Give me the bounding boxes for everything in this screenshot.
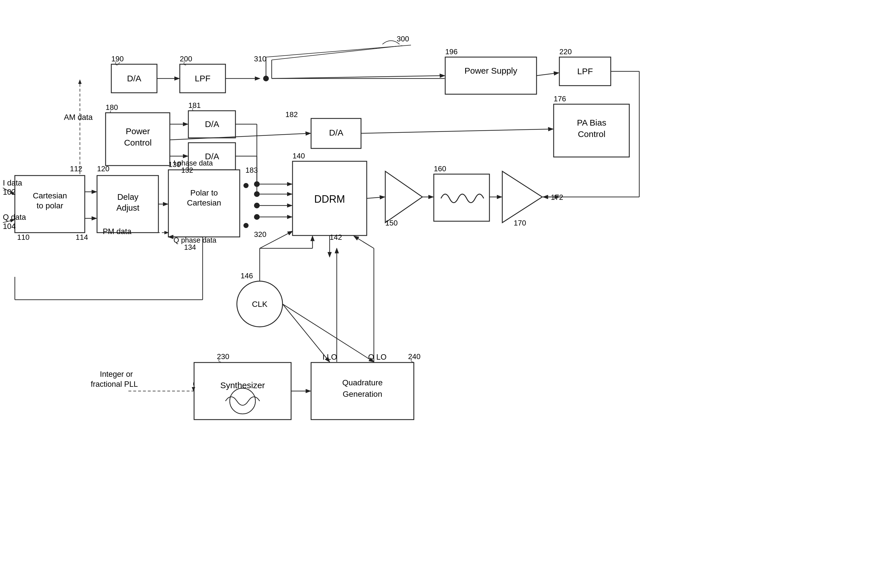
- svg-line-44: [283, 304, 330, 362]
- power-control-label2: Control: [124, 138, 152, 147]
- polar-cartesian-label: Polar to: [190, 188, 218, 197]
- power-supply-label: Power Supply: [464, 66, 517, 75]
- amp1-block: [385, 171, 422, 223]
- q-phase-num: 134: [184, 243, 196, 251]
- ddrm-label: DDRM: [314, 193, 345, 205]
- ref-220: 220: [559, 47, 572, 56]
- ref-114: 114: [76, 233, 88, 242]
- i-lo-label: I LO: [322, 353, 337, 362]
- lpf1-label: LPF: [195, 74, 210, 83]
- ref-320: 320: [254, 230, 266, 238]
- ref-150: 150: [385, 219, 397, 227]
- svg-line-13: [272, 46, 402, 60]
- cartesian-polar-label2: to polar: [36, 201, 63, 210]
- ref-310: 310: [254, 54, 266, 63]
- da1-label: D/A: [127, 74, 141, 83]
- i-phase-label: I phase data: [174, 159, 213, 167]
- power-supply-block: [445, 57, 537, 94]
- ref-183: 183: [246, 166, 258, 174]
- ref-180: 180: [106, 103, 118, 112]
- ref-182: 182: [285, 110, 298, 119]
- ref-170: 170: [514, 219, 526, 227]
- q-data-label: Q data: [3, 213, 26, 222]
- q-data-num: 104: [3, 222, 16, 231]
- ref-190: 190: [111, 54, 124, 63]
- da4-label: D/A: [329, 128, 343, 137]
- pll-label1: Integer or: [100, 370, 133, 378]
- svg-point-52: [243, 183, 249, 188]
- ref-140: 140: [292, 152, 305, 160]
- quadrature-label2: Generation: [343, 390, 382, 399]
- am-data-label: AM data: [64, 113, 93, 122]
- ref-240: 240: [408, 352, 420, 361]
- clk-label: CLK: [252, 300, 268, 309]
- ref-196: 196: [445, 47, 457, 56]
- ref-112: 112: [70, 164, 82, 173]
- svg-line-35: [367, 197, 385, 198]
- svg-line-15: [537, 73, 559, 76]
- delay-adjust-label: Delay: [117, 192, 139, 201]
- cartesian-polar-label: Cartesian: [33, 191, 67, 200]
- polar-cartesian-label2: Cartesian: [187, 198, 221, 207]
- ref-176: 176: [554, 94, 566, 103]
- svg-line-61: [266, 45, 411, 57]
- ref-181: 181: [188, 101, 201, 110]
- svg-line-51: [354, 236, 374, 248]
- pa-bias-label: PA Bias: [577, 118, 606, 127]
- amp2-block: [502, 171, 542, 223]
- quadrature-label: Quadrature: [342, 378, 383, 387]
- da2-label: D/A: [205, 119, 219, 129]
- filter-block: [434, 174, 489, 221]
- ref-160: 160: [434, 164, 446, 173]
- ref-110: 110: [17, 233, 29, 242]
- ref-120: 120: [97, 164, 109, 173]
- svg-point-53: [243, 223, 249, 228]
- ref-200: 200: [180, 54, 192, 63]
- ref-146: 146: [241, 272, 253, 280]
- i-phase-num: 132: [181, 166, 193, 174]
- pll-label2: fractional PLL: [91, 380, 138, 388]
- synthesizer-block: [194, 363, 291, 420]
- i-data-label: I data: [3, 178, 22, 187]
- ref-300: 300: [397, 34, 409, 43]
- lpf2-label: LPF: [577, 66, 593, 76]
- svg-line-14: [272, 76, 445, 78]
- delay-adjust-label2: Adjust: [117, 203, 139, 212]
- ref-142: 142: [330, 233, 342, 242]
- pm-data-label: PM data: [103, 227, 132, 236]
- pa-bias-label2: Control: [578, 129, 606, 139]
- power-control-label: Power: [126, 126, 150, 136]
- svg-line-26: [361, 129, 553, 133]
